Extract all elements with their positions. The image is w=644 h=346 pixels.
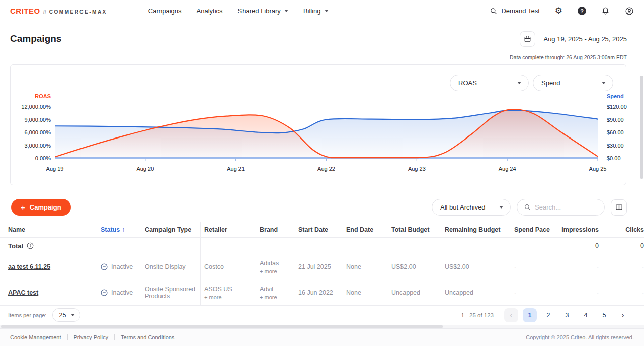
- left-axis-tick: 0.00%: [35, 155, 51, 161]
- x-axis-label: Aug 20: [125, 166, 166, 172]
- calendar-icon-button[interactable]: [520, 31, 535, 47]
- brand-cell: Adidas + more: [260, 260, 298, 274]
- horizontal-scrollbar[interactable]: [0, 325, 644, 328]
- footer-links: Cookie ManagementPrivacy PolicyTerms and…: [10, 334, 174, 340]
- end-date-cell: None: [346, 263, 391, 270]
- next-page-button[interactable]: ›: [616, 308, 630, 322]
- left-axis-ticks: 12,000.00%9,000.00%6,000.00%3,000.00%0.0…: [11, 107, 51, 158]
- chevron-down-icon: [499, 206, 503, 209]
- col-name[interactable]: Name: [0, 226, 95, 233]
- right-axis-tick: $60.00: [607, 129, 624, 135]
- nav-item-campaigns[interactable]: Campaigns: [148, 7, 182, 15]
- page-button-5[interactable]: 5: [597, 308, 611, 322]
- clicks-cell: -: [603, 289, 644, 296]
- table-header-row: Name Status ↑ Campaign Type Retailer Bra…: [0, 222, 644, 238]
- col-brand[interactable]: Brand: [260, 226, 298, 233]
- col-spend-pace[interactable]: Spend Pace: [514, 226, 554, 233]
- date-range-value[interactable]: Aug 19, 2025 - Aug 25, 2025: [543, 35, 627, 43]
- page-button-3[interactable]: 3: [560, 308, 574, 322]
- status-text: Inactive: [111, 289, 133, 296]
- col-total-budget[interactable]: Total Budget: [391, 226, 445, 233]
- footer: Cookie ManagementPrivacy PolicyTerms and…: [0, 328, 644, 346]
- col-end-date[interactable]: End Date: [346, 226, 391, 233]
- add-campaign-button[interactable]: + Campaign: [11, 199, 71, 216]
- table-total-row: Total 0 0: [0, 238, 644, 254]
- page-button-1[interactable]: 1: [523, 308, 537, 322]
- status-cell: Inactive: [95, 289, 145, 296]
- nav-item-analytics[interactable]: Analytics: [197, 7, 223, 15]
- left-axis-tick: 3,000.00%: [24, 143, 51, 149]
- col-clicks[interactable]: Clicks: [603, 226, 644, 233]
- vertical-scrollbar-thumb[interactable]: [640, 76, 643, 179]
- chevron-down-icon: [517, 82, 521, 84]
- page-title: Campaigns: [10, 33, 61, 44]
- brand-more-link[interactable]: + more: [260, 268, 294, 274]
- page-button-4[interactable]: 4: [579, 308, 593, 322]
- nav-item-shared-library[interactable]: Shared Library: [238, 7, 288, 15]
- col-remaining-budget[interactable]: Remaining Budget: [445, 226, 514, 233]
- footer-link[interactable]: Terms and Conditions: [121, 334, 174, 340]
- page-range-text: 1 - 25 of 123: [461, 312, 494, 318]
- col-start-date[interactable]: Start Date: [298, 226, 346, 233]
- search-icon: [524, 204, 531, 211]
- plus-icon: +: [21, 203, 25, 212]
- left-axis-tick: 12,000.00%: [21, 104, 51, 110]
- search-input[interactable]: [535, 203, 590, 211]
- brand-cell: Advil + more: [260, 286, 298, 300]
- inactive-status-icon: [101, 289, 108, 296]
- calendar-icon: [524, 35, 531, 43]
- total-budget-cell: US$2.00: [391, 263, 445, 270]
- retailer-cell: ASOS US + more: [204, 286, 260, 300]
- total-label: Total: [0, 242, 95, 250]
- account-search[interactable]: Demand Test: [490, 7, 539, 15]
- col-status[interactable]: Status ↑: [95, 226, 145, 233]
- help-icon[interactable]: ?: [578, 7, 586, 15]
- horizontal-scrollbar-thumb[interactable]: [1, 325, 443, 328]
- notifications-bell-icon[interactable]: [601, 7, 610, 15]
- impressions-cell: -: [554, 289, 603, 296]
- performance-chart-card: ROAS Spend ROAS Spend 12,000.00%9,000.00…: [10, 64, 626, 185]
- col-campaign-type[interactable]: Campaign Type: [145, 226, 204, 233]
- column-settings-button[interactable]: [611, 199, 627, 216]
- footer-link-separator: [114, 334, 115, 340]
- campaign-link[interactable]: aa test 6.11.25: [8, 263, 50, 270]
- status-filter-select[interactable]: All but Archived: [432, 199, 511, 216]
- product-name: COMMERCE-MAX: [49, 9, 107, 15]
- left-metric-select[interactable]: ROAS: [450, 75, 529, 91]
- left-axis-tick: 6,000.00%: [24, 129, 51, 135]
- date-range-control: Aug 19, 2025 - Aug 25, 2025: [520, 31, 627, 47]
- clicks-cell: -: [603, 263, 644, 270]
- right-metric-select[interactable]: Spend: [533, 75, 613, 91]
- prev-page-button[interactable]: ‹: [504, 308, 518, 322]
- spend-pace-cell: -: [514, 263, 554, 270]
- end-date-cell: None: [346, 289, 391, 296]
- items-per-page-select[interactable]: 25: [52, 308, 80, 322]
- chevron-down-icon: [71, 314, 75, 316]
- footer-link[interactable]: Privacy Policy: [74, 334, 108, 340]
- info-icon[interactable]: [27, 242, 34, 249]
- brand-logo[interactable]: CRITEO // COMMERCE-MAX: [10, 7, 107, 15]
- copyright-text: Copyright © 2025 Criteo. All rights rese…: [526, 334, 634, 340]
- campaign-type-cell: Onsite Display: [145, 263, 204, 270]
- page-button-2[interactable]: 2: [541, 308, 555, 322]
- x-axis-label: Aug 24: [487, 166, 527, 172]
- nav-item-billing[interactable]: Billing: [303, 7, 329, 15]
- brand-more-link[interactable]: + more: [260, 294, 294, 300]
- x-axis-label: Aug 25: [578, 166, 618, 172]
- remaining-budget-cell: US$2.00: [445, 263, 514, 270]
- col-impressions[interactable]: Impressions: [554, 226, 603, 233]
- table-toolbar-right: All but Archived: [432, 199, 627, 216]
- table-search: [517, 199, 605, 216]
- status-cell: Inactive: [95, 263, 145, 270]
- account-profile-icon[interactable]: [625, 7, 634, 16]
- remaining-budget-cell: Uncapped: [445, 289, 514, 296]
- footer-link[interactable]: Cookie Management: [10, 334, 61, 340]
- total-clicks: 0: [603, 242, 644, 249]
- settings-gear-icon[interactable]: ⚙: [555, 7, 562, 15]
- data-complete-link[interactable]: 26 Aug 2025 3:00am EDT: [566, 54, 627, 60]
- right-axis-tick: $30.00: [607, 143, 624, 149]
- pagination-bar: Items per page: 25 1 - 25 of 123 ‹ 12345…: [0, 306, 644, 324]
- campaign-link[interactable]: APAC test: [8, 289, 38, 296]
- retailer-more-link[interactable]: + more: [204, 294, 256, 300]
- col-retailer[interactable]: Retailer: [204, 226, 260, 233]
